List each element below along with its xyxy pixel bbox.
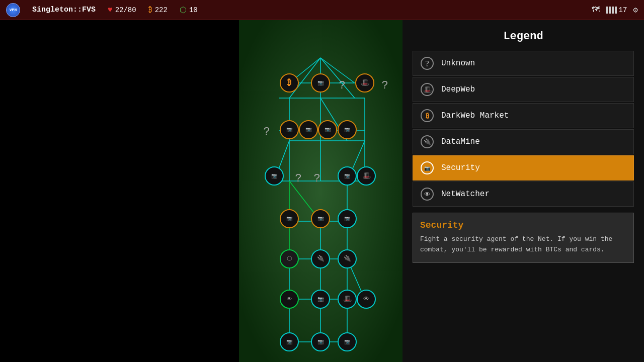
datamine-icon: 🔌 <box>419 134 435 150</box>
prog-bar-4 <box>615 7 617 14</box>
svg-text:?: ? <box>381 79 388 92</box>
gem-stat: ⬡ 10 <box>180 5 198 15</box>
legend-label-security: Security <box>441 163 480 172</box>
topbar-right: 🗺 17 ⚙ <box>592 5 638 15</box>
legend-item-datamine[interactable]: 🔌 DataMine <box>413 129 634 154</box>
svg-text:?: ? <box>313 172 320 185</box>
prog-bar-3 <box>612 7 614 14</box>
right-panel: Legend ? Unknown 🎩 <box>403 20 644 362</box>
svg-text:📷: 📷 <box>344 172 351 179</box>
gem-value: 10 <box>189 6 198 14</box>
legend-label-darkweb: DarkWeb Market <box>441 111 509 120</box>
info-title: Security <box>420 220 626 230</box>
legend-title: Legend <box>413 30 634 43</box>
info-box: Security Fight a security agent of the N… <box>413 213 634 263</box>
main-content: ₿ 📷 ? 🎩 ? ? 📷 📷 📷 📷 📷 ? <box>0 20 644 362</box>
svg-text:👁: 👁 <box>424 191 431 199</box>
svg-text:📷: 📷 <box>286 338 293 345</box>
svg-text:🔌: 🔌 <box>344 254 351 262</box>
svg-text:📷: 📷 <box>317 296 324 302</box>
svg-text:📷: 📷 <box>325 126 331 133</box>
health-value: 22/80 <box>115 6 136 14</box>
darkweb-icon: ₿ <box>419 108 435 124</box>
bitcoin-stat: ₿ 222 <box>148 5 168 15</box>
svg-text:📷: 📷 <box>286 126 293 133</box>
svg-text:?: ? <box>263 126 270 138</box>
svg-text:👁: 👁 <box>363 296 369 303</box>
svg-text:📷: 📷 <box>317 79 324 86</box>
map-icon[interactable]: 🗺 <box>592 5 600 15</box>
security-icon: 📷 <box>419 160 435 176</box>
svg-text:₿: ₿ <box>287 78 291 87</box>
map-area[interactable]: ₿ 📷 ? 🎩 ? ? 📷 📷 📷 📷 📷 ? <box>239 20 403 362</box>
gem-icon: ⬡ <box>180 5 187 15</box>
legend-item-deepweb[interactable]: 🎩 DeepWeb <box>413 77 634 102</box>
svg-text:🎩: 🎩 <box>343 295 352 303</box>
heart-icon: ♥ <box>108 6 113 15</box>
health-stat: ♥ 22/80 <box>108 6 136 15</box>
legend-items: ? Unknown 🎩 DeepWeb <box>413 51 634 207</box>
unknown-icon: ? <box>419 55 435 71</box>
svg-text:📷: 📷 <box>344 338 351 345</box>
prog-bar-1 <box>606 7 608 14</box>
svg-text:📷: 📷 <box>271 172 278 179</box>
prog-bar-2 <box>609 7 611 14</box>
svg-text:📷: 📷 <box>305 126 312 133</box>
svg-text:📷: 📷 <box>317 338 324 345</box>
svg-text:🎩: 🎩 <box>361 78 370 87</box>
bitcoin-value: 222 <box>155 6 168 14</box>
svg-text:👁: 👁 <box>287 297 292 302</box>
legend-label-netwatcher: NetWatcher <box>441 190 490 199</box>
svg-text:📷: 📷 <box>424 165 431 171</box>
svg-text:🔌: 🔌 <box>424 138 431 146</box>
svg-text:?: ? <box>295 172 301 185</box>
vpn-badge: VPN <box>6 3 20 17</box>
legend-label-deepweb: DeepWeb <box>441 85 475 94</box>
svg-text:₿: ₿ <box>426 112 429 120</box>
legend-label-datamine: DataMine <box>441 137 480 146</box>
svg-text:🔌: 🔌 <box>317 254 325 262</box>
legend-label-unknown: Unknown <box>441 59 475 68</box>
svg-text:?: ? <box>425 59 429 68</box>
svg-text:📷: 📷 <box>317 215 324 222</box>
svg-text:⬡: ⬡ <box>287 255 292 262</box>
topbar: VPN Singleton::FVS ♥ 22/80 ₿ 222 ⬡ 10 🗺 … <box>0 0 644 20</box>
info-description: Fight a security agent of the Net. If yo… <box>420 234 626 255</box>
legend-item-netwatcher[interactable]: 👁 NetWatcher <box>413 182 634 207</box>
svg-text:📷: 📷 <box>344 215 351 222</box>
netwatcher-icon: 👁 <box>419 186 435 202</box>
level-value: 17 <box>619 6 627 14</box>
settings-icon[interactable]: ⚙ <box>633 5 638 15</box>
left-panel <box>0 20 239 362</box>
progress-bars: 17 <box>606 6 627 14</box>
legend-item-security[interactable]: 📷 Security <box>413 155 634 180</box>
svg-text:📷: 📷 <box>344 126 351 133</box>
deepweb-icon: 🎩 <box>419 81 435 98</box>
svg-text:?: ? <box>339 79 345 92</box>
svg-text:📷: 📷 <box>286 215 293 222</box>
game-title: Singleton::FVS <box>32 6 96 14</box>
svg-text:🎩: 🎩 <box>362 171 371 180</box>
map-svg: ₿ 📷 ? 🎩 ? ? 📷 📷 📷 📷 📷 ? <box>239 20 403 362</box>
legend-item-unknown[interactable]: ? Unknown <box>413 51 634 76</box>
svg-text:🎩: 🎩 <box>423 85 432 94</box>
legend-item-darkweb[interactable]: ₿ DarkWeb Market <box>413 103 634 128</box>
bitcoin-icon: ₿ <box>148 5 152 15</box>
